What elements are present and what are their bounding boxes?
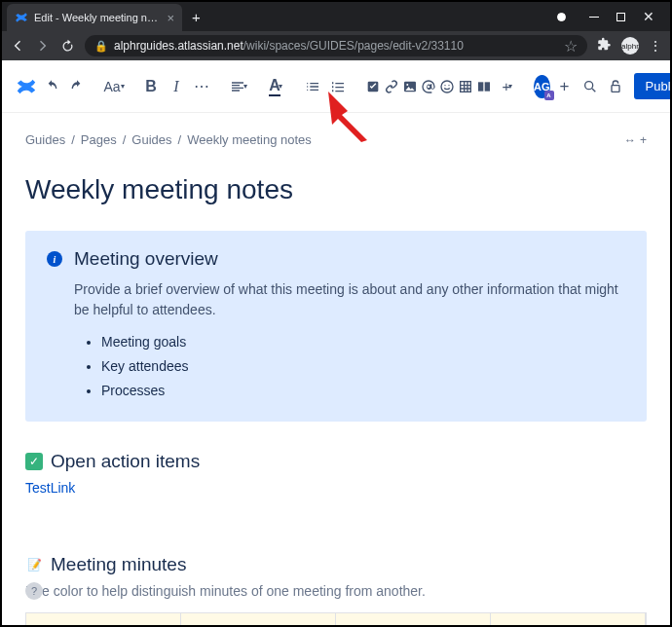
insert-dropdown[interactable]: +▾ xyxy=(497,73,518,100)
breadcrumb-item[interactable]: Guides xyxy=(25,132,65,147)
breadcrumb-action-icon[interactable]: ↔ xyxy=(624,133,636,147)
table-button[interactable] xyxy=(457,73,474,100)
undo-button[interactable] xyxy=(41,73,62,100)
panel-title: Meeting overview xyxy=(74,248,218,270)
section-title: Open action items xyxy=(51,451,200,472)
publish-button[interactable]: Publish xyxy=(634,73,673,99)
editor-toolbar: Aa▾ B I ⋯ ▾ A▾ +▾ AGA + Publish Close ⋯ xyxy=(2,60,670,113)
action-items-section[interactable]: ✓ Open action items TestLink xyxy=(25,451,647,496)
numbered-list-button[interactable] xyxy=(327,73,349,100)
page-title[interactable]: Weekly meeting notes xyxy=(25,174,647,205)
invite-button[interactable]: + xyxy=(554,73,576,100)
breadcrumb: Guides/ Pages/ Guides/ Weekly meeting no… xyxy=(25,132,647,147)
window-controls: ✕ xyxy=(557,9,670,24)
panel-bullet: Meeting goals xyxy=(101,330,625,354)
italic-button[interactable]: I xyxy=(166,73,187,100)
text-style-dropdown[interactable]: Aa▾ xyxy=(103,73,125,100)
action-item-link[interactable]: TestLink xyxy=(25,480,647,496)
svg-rect-7 xyxy=(478,82,483,91)
svg-point-3 xyxy=(441,81,453,92)
tab-close-icon[interactable]: × xyxy=(167,11,174,25)
browser-menu-icon[interactable]: ⋮ xyxy=(649,38,662,54)
redo-button[interactable] xyxy=(66,73,88,100)
confluence-favicon xyxy=(15,11,28,24)
info-icon: i xyxy=(47,251,62,267)
svg-rect-10 xyxy=(612,85,619,92)
breadcrumb-item[interactable]: Guides xyxy=(131,132,171,147)
user-avatar-chip[interactable]: AGA xyxy=(534,75,550,98)
browser-address-bar: 🔒 alphrguides.atlassian.net/wiki/spaces/… xyxy=(2,31,670,60)
svg-rect-6 xyxy=(461,81,471,92)
text-color-dropdown[interactable]: A▾ xyxy=(265,73,286,100)
restrictions-button[interactable] xyxy=(605,73,626,100)
minutes-table[interactable] xyxy=(25,612,647,625)
bullet-list-button[interactable] xyxy=(302,73,323,100)
lock-icon: 🔒 xyxy=(94,40,108,53)
layouts-button[interactable] xyxy=(475,73,493,100)
browser-titlebar: Edit - Weekly meeting notes - Gu × + ✕ xyxy=(2,2,670,31)
image-button[interactable] xyxy=(401,73,419,100)
reload-button[interactable] xyxy=(60,39,75,54)
forward-button[interactable] xyxy=(35,38,51,54)
alignment-dropdown[interactable]: ▾ xyxy=(228,73,249,100)
svg-rect-8 xyxy=(485,82,490,91)
svg-point-2 xyxy=(406,84,408,86)
help-icon[interactable]: ? xyxy=(25,582,43,600)
svg-point-5 xyxy=(448,85,449,86)
emoji-button[interactable] xyxy=(438,73,456,100)
record-indicator-icon xyxy=(557,13,566,21)
window-minimize-icon[interactable] xyxy=(589,17,599,18)
back-button[interactable] xyxy=(10,38,25,54)
panel-bullet: Key attendees xyxy=(101,354,625,379)
confluence-logo-icon[interactable] xyxy=(16,73,37,100)
breadcrumb-item[interactable]: Weekly meeting notes xyxy=(187,132,312,147)
breadcrumb-action-icon[interactable]: + xyxy=(640,133,647,147)
browser-tab[interactable]: Edit - Weekly meeting notes - Gu × xyxy=(7,4,182,31)
panel-bullet: Processes xyxy=(101,379,625,403)
svg-point-4 xyxy=(444,85,445,86)
more-formatting-button[interactable]: ⋯ xyxy=(191,73,212,100)
extensions-icon[interactable] xyxy=(597,37,612,55)
url-field[interactable]: 🔒 alphrguides.atlassian.net/wiki/spaces/… xyxy=(85,35,587,56)
star-icon[interactable]: ☆ xyxy=(564,37,578,55)
new-tab-button[interactable]: + xyxy=(192,9,201,25)
check-icon: ✓ xyxy=(25,453,43,470)
window-maximize-icon[interactable] xyxy=(616,13,625,21)
bold-button[interactable]: B xyxy=(140,73,162,100)
info-panel[interactable]: i Meeting overview Provide a brief overv… xyxy=(25,231,647,422)
window-close-icon[interactable]: ✕ xyxy=(643,9,654,24)
tab-title: Edit - Weekly meeting notes - Gu xyxy=(34,12,161,23)
editor-content[interactable]: Guides/ Pages/ Guides/ Weekly meeting no… xyxy=(2,113,670,625)
url-text: alphrguides.atlassian.net/wiki/spaces/GU… xyxy=(114,39,464,53)
memo-icon: 📝 xyxy=(25,556,43,573)
find-replace-button[interactable] xyxy=(579,73,601,100)
link-button[interactable] xyxy=(383,73,400,100)
section-title: Meeting minutes xyxy=(51,554,186,575)
mention-button[interactable] xyxy=(420,73,437,100)
minutes-section[interactable]: 📝 Meeting minutes Use color to help dist… xyxy=(25,554,647,625)
svg-point-9 xyxy=(584,81,592,89)
action-item-button[interactable] xyxy=(364,73,382,100)
breadcrumb-item[interactable]: Pages xyxy=(81,132,117,147)
profile-avatar[interactable]: alphr xyxy=(621,37,639,55)
section-description: Use color to help distinguish minutes of… xyxy=(25,583,647,599)
panel-description: Provide a brief overview of what this me… xyxy=(74,279,625,320)
